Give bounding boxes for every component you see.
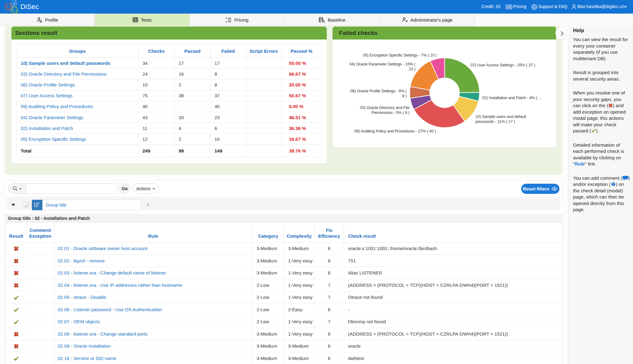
svg-text:2: 2: [226, 20, 227, 22]
svg-text:!: !: [613, 182, 614, 186]
svg-text:1: 1: [226, 17, 227, 19]
